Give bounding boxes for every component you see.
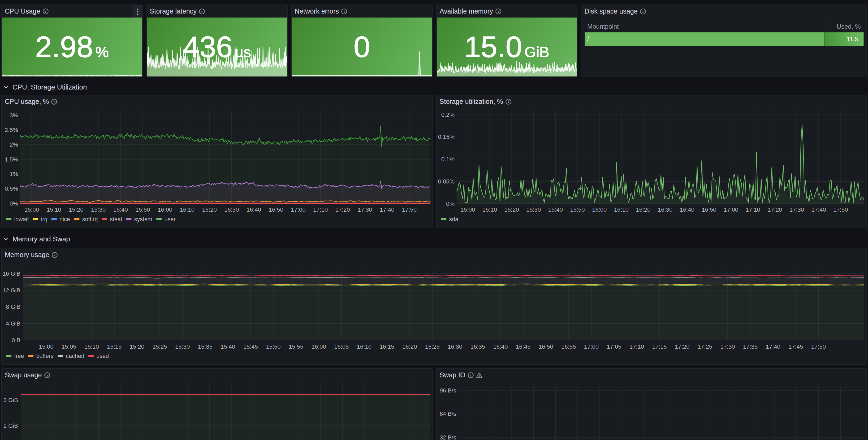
svg-text:1.5%: 1.5% bbox=[5, 156, 18, 163]
svg-text:3%: 3% bbox=[9, 112, 18, 119]
svg-text:/: / bbox=[587, 36, 589, 42]
svg-text:16:40: 16:40 bbox=[493, 343, 508, 350]
svg-text:15:40: 15:40 bbox=[113, 206, 128, 213]
svg-text:15:20: 15:20 bbox=[504, 206, 519, 213]
svg-text:15:25: 15:25 bbox=[152, 343, 167, 350]
svg-text:16:20: 16:20 bbox=[202, 206, 217, 213]
svg-text:3 GiB: 3 GiB bbox=[3, 397, 18, 403]
svg-text:15:40: 15:40 bbox=[548, 206, 563, 213]
svg-text:17:30: 17:30 bbox=[720, 343, 735, 350]
svg-text:12 GiB: 12 GiB bbox=[3, 287, 21, 294]
svg-text:17:05: 17:05 bbox=[607, 343, 621, 350]
svg-text:16:30: 16:30 bbox=[224, 206, 239, 213]
svg-text:17:30: 17:30 bbox=[789, 206, 804, 213]
svg-text:0 B: 0 B bbox=[12, 337, 21, 344]
svg-text:15:45: 15:45 bbox=[243, 343, 258, 350]
svg-text:16 GiB: 16 GiB bbox=[3, 270, 21, 277]
svg-text:17:35: 17:35 bbox=[743, 343, 757, 350]
svg-text:16:30: 16:30 bbox=[448, 343, 462, 350]
svg-text:17:30: 17:30 bbox=[358, 206, 372, 213]
svg-text:user: user bbox=[164, 216, 176, 223]
svg-text:17:10: 17:10 bbox=[313, 206, 328, 213]
svg-text:2.5%: 2.5% bbox=[5, 127, 18, 133]
svg-text:steal: steal bbox=[110, 216, 122, 223]
svg-text:buffers: buffers bbox=[36, 353, 54, 359]
svg-text:16:30: 16:30 bbox=[658, 206, 673, 213]
svg-text:softirq: softirq bbox=[82, 216, 98, 223]
svg-text:17:50: 17:50 bbox=[811, 343, 826, 350]
svg-text:15:10: 15:10 bbox=[47, 206, 61, 213]
svg-text:Used, %: Used, % bbox=[836, 23, 861, 30]
svg-text:2%: 2% bbox=[9, 141, 18, 148]
svg-text:11.5: 11.5 bbox=[846, 36, 858, 42]
svg-text:96 B/s: 96 B/s bbox=[439, 387, 456, 394]
svg-text:16:10: 16:10 bbox=[180, 206, 194, 213]
svg-text:16:50: 16:50 bbox=[539, 343, 553, 350]
svg-text:17:00: 17:00 bbox=[291, 206, 305, 213]
svg-text:16:00: 16:00 bbox=[312, 343, 326, 350]
svg-text:17:40: 17:40 bbox=[811, 206, 826, 213]
svg-text:iowait: iowait bbox=[14, 216, 29, 223]
svg-text:nice: nice bbox=[59, 216, 70, 223]
svg-text:free: free bbox=[14, 353, 24, 359]
svg-text:16:10: 16:10 bbox=[614, 206, 628, 213]
svg-text:irq: irq bbox=[41, 216, 48, 223]
svg-text:17:50: 17:50 bbox=[402, 206, 416, 213]
svg-text:17:20: 17:20 bbox=[768, 206, 782, 213]
svg-text:system: system bbox=[134, 216, 152, 223]
svg-text:17:10: 17:10 bbox=[745, 206, 760, 213]
svg-text:16:35: 16:35 bbox=[470, 343, 485, 350]
svg-text:16:50: 16:50 bbox=[702, 206, 716, 213]
svg-text:0.15%: 0.15% bbox=[438, 134, 454, 140]
svg-text:15:00: 15:00 bbox=[24, 206, 39, 213]
svg-text:cached: cached bbox=[66, 353, 84, 359]
svg-text:0.05%: 0.05% bbox=[438, 178, 454, 185]
svg-text:16:45: 16:45 bbox=[516, 343, 530, 350]
svg-text:16:10: 16:10 bbox=[357, 343, 372, 350]
svg-text:15:50: 15:50 bbox=[135, 206, 150, 213]
svg-text:17:10: 17:10 bbox=[629, 343, 644, 350]
svg-text:64 B/s: 64 B/s bbox=[439, 411, 456, 417]
svg-text:16:40: 16:40 bbox=[247, 206, 261, 213]
svg-text:17:20: 17:20 bbox=[335, 206, 350, 213]
svg-text:15:20: 15:20 bbox=[130, 343, 144, 350]
svg-text:17:40: 17:40 bbox=[380, 206, 394, 213]
svg-text:15:50: 15:50 bbox=[266, 343, 280, 350]
svg-text:15:40: 15:40 bbox=[220, 343, 235, 350]
svg-text:15:50: 15:50 bbox=[570, 206, 585, 213]
svg-text:16:20: 16:20 bbox=[402, 343, 417, 350]
svg-text:2 GiB: 2 GiB bbox=[3, 422, 18, 429]
svg-text:1%: 1% bbox=[9, 171, 18, 177]
svg-text:16:20: 16:20 bbox=[636, 206, 650, 213]
svg-text:Mountpoint: Mountpoint bbox=[587, 23, 619, 30]
svg-text:15:05: 15:05 bbox=[62, 343, 76, 350]
svg-text:15:30: 15:30 bbox=[91, 206, 105, 213]
svg-text:16:15: 16:15 bbox=[379, 343, 394, 350]
svg-text:0%: 0% bbox=[9, 200, 18, 207]
svg-text:15:30: 15:30 bbox=[526, 206, 541, 213]
svg-text:15:15: 15:15 bbox=[107, 343, 122, 350]
svg-text:16:05: 16:05 bbox=[334, 343, 349, 350]
svg-text:8 GiB: 8 GiB bbox=[6, 303, 21, 310]
svg-text:0.1%: 0.1% bbox=[441, 156, 454, 163]
svg-text:15:10: 15:10 bbox=[482, 206, 497, 213]
svg-text:15:35: 15:35 bbox=[198, 343, 213, 350]
svg-text:0%: 0% bbox=[446, 201, 455, 207]
svg-text:16:25: 16:25 bbox=[425, 343, 440, 350]
svg-text:15:55: 15:55 bbox=[289, 343, 303, 350]
svg-text:17:00: 17:00 bbox=[584, 343, 599, 350]
svg-text:used: used bbox=[97, 353, 109, 359]
svg-text:16:50: 16:50 bbox=[269, 206, 283, 213]
svg-text:15:10: 15:10 bbox=[84, 343, 99, 350]
svg-text:16:00: 16:00 bbox=[158, 206, 172, 213]
svg-text:15:00: 15:00 bbox=[39, 343, 53, 350]
svg-text:17:15: 17:15 bbox=[652, 343, 667, 350]
svg-text:15:30: 15:30 bbox=[175, 343, 190, 350]
svg-text:17:45: 17:45 bbox=[788, 343, 803, 350]
svg-text:17:40: 17:40 bbox=[766, 343, 780, 350]
svg-text:17:50: 17:50 bbox=[833, 206, 848, 213]
svg-text:0.2%: 0.2% bbox=[441, 112, 454, 118]
svg-text:4 GiB: 4 GiB bbox=[6, 320, 21, 327]
svg-text:16:40: 16:40 bbox=[680, 206, 694, 213]
svg-text:15:20: 15:20 bbox=[69, 206, 83, 213]
